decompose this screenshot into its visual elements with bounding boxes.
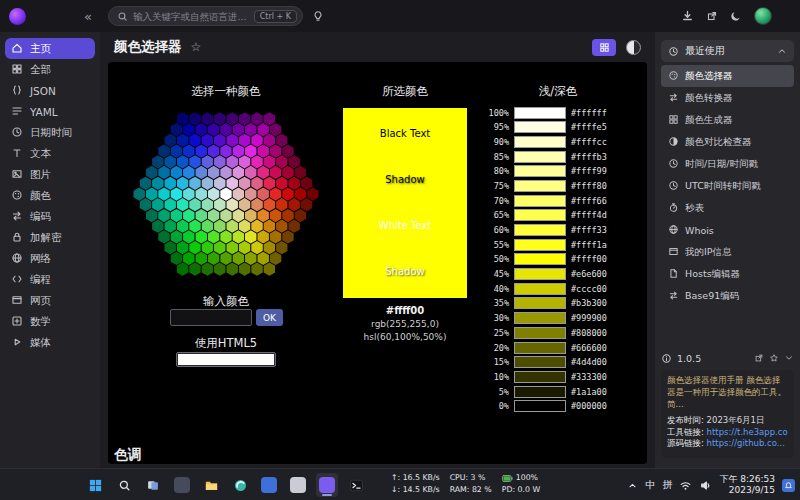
shade-swatch[interactable] [514,121,566,133]
home-icon [11,42,23,56]
sidebar-item-grid[interactable]: 全部 [0,59,100,80]
ok-button[interactable]: OK [256,309,283,326]
recent-item[interactable]: 秒表 [661,197,794,219]
sidebar-item-media[interactable]: 媒体 [0,332,100,353]
shade-swatch[interactable] [514,195,566,207]
shades-table: 100%#ffffff95%#ffffe590%#ffffcc85%#ffffb… [473,106,645,414]
recent-item[interactable]: 颜色生成器 [661,109,794,131]
shade-swatch[interactable] [514,151,566,163]
info-line-value[interactable]: https://t.he3app.co... [707,427,788,437]
shade-swatch[interactable] [514,136,566,148]
shade-swatch[interactable] [514,224,566,236]
shade-swatch[interactable] [514,209,566,221]
app-blue-icon [261,477,277,493]
sidebar-item-label: 日期时间 [30,126,72,140]
avatar[interactable] [754,7,772,25]
taskbar-app-task-view[interactable] [142,473,164,497]
favorite-star-icon[interactable]: ☆ [191,40,202,54]
recent-item[interactable]: UTC时间转时间戳 [661,175,794,197]
recent-item[interactable]: 颜色对比检查器 [661,131,794,153]
shade-swatch[interactable] [514,107,566,119]
taskbar-app-start[interactable] [84,473,106,497]
star-icon[interactable] [769,353,779,363]
taskbar-app-app-blue[interactable] [258,473,280,497]
shade-swatch[interactable] [514,165,566,177]
shade-swatch[interactable] [514,268,566,280]
shade-row: 20%#666600 [473,341,645,354]
sidebar-item-label: 全部 [30,63,51,77]
notification-badge[interactable] [782,479,795,492]
taskbar-app-he3[interactable] [316,473,338,497]
sidebar-item-lock[interactable]: 加解密 [0,227,100,248]
taskbar-app-terminal[interactable] [345,473,367,497]
search-input[interactable] [133,11,254,22]
taskbar-app-widgets[interactable] [171,473,193,497]
volume-icon[interactable] [699,479,712,492]
section-html5-title: 使用HTML5 [128,336,324,351]
ime-indicator[interactable]: 拼 [662,478,672,492]
color-text-input[interactable] [170,309,252,326]
recent-used-header[interactable]: 最近使用 [661,40,794,62]
shade-swatch[interactable] [514,400,566,412]
tool-info-panel[interactable]: 颜色选择器使用手册 颜色选择器是一种用于选择颜色的工具。简... 发布时间: 2… [661,370,794,458]
shade-swatch[interactable] [514,297,566,309]
hex-color-wheel[interactable] [128,106,324,282]
recent-item[interactable]: 我的IP信息 [661,241,794,263]
lang-indicator[interactable]: 中 [645,478,655,492]
wifi-icon[interactable] [679,479,692,492]
sidebar-item-math[interactable]: 数学 [0,311,100,332]
sidebar-item-code[interactable]: 编程 [0,269,100,290]
bulb-icon[interactable] [312,10,324,22]
external-link-icon[interactable] [754,353,764,363]
download-icon[interactable] [681,7,694,26]
tray-chevron-up-icon[interactable] [627,480,638,491]
collapse-sidebar-button[interactable]: « [84,9,92,24]
sidebar-item-globe[interactable]: 网络 [0,248,100,269]
shade-swatch[interactable] [514,180,566,192]
recent-item[interactable]: 颜色转换器 [661,87,794,109]
shade-swatch[interactable] [514,371,566,383]
global-search[interactable]: Ctrl + K [108,6,303,26]
tool-tile-button[interactable] [592,39,616,56]
recent-item-label: 秒表 [685,202,704,215]
sidebar-item-home[interactable]: 主页 [5,38,95,59]
sidebar-item-text[interactable]: 文本 [0,143,100,164]
share-icon[interactable] [706,7,718,26]
sidebar-item-yaml[interactable]: YAML [0,101,100,122]
shade-swatch[interactable] [514,283,566,295]
shade-swatch[interactable] [514,356,566,368]
contrast-toggle-icon[interactable] [626,40,641,55]
contrast-icon [668,136,679,149]
taskbar-app-search[interactable] [113,473,135,497]
taskbar-app-edge[interactable] [229,473,251,497]
sidebar-item-braces[interactable]: JSON [0,80,100,101]
recent-item[interactable]: Whois [661,219,794,241]
info-line: 源码链接: https://github.co... [667,438,788,450]
sidebar-item-palette[interactable]: 颜色 [0,185,100,206]
recent-item[interactable]: Base91编码 [661,285,794,307]
recent-item[interactable]: Hosts编辑器 [661,263,794,285]
clock[interactable]: 下午 8:26:53 2023/9/15 [719,474,775,497]
sidebar-item-web[interactable]: 网页 [0,290,100,311]
html5-color-input[interactable] [176,352,276,367]
shade-swatch[interactable] [514,312,566,324]
shade-swatch[interactable] [514,253,566,265]
sidebar-item-encode[interactable]: 编码 [0,206,100,227]
info-line-value: 2023年6月1日 [707,415,765,425]
taskbar-app-app-light[interactable] [287,473,309,497]
recent-item[interactable]: 时间/日期/时间戳 [661,153,794,175]
shade-swatch[interactable] [514,239,566,251]
shade-swatch[interactable] [514,327,566,339]
chevron-down-icon[interactable] [784,353,794,363]
shade-row: 75%#ffff80 [473,179,645,192]
shade-swatch[interactable] [514,342,566,354]
info-line-value[interactable]: https://github.co... [707,438,785,448]
theme-moon-icon[interactable] [730,7,742,26]
shade-percent: 55% [473,240,509,250]
sidebar-item-clock[interactable]: 日期时间 [0,122,100,143]
sidebar-item-image[interactable]: 图片 [0,164,100,185]
recent-item[interactable]: 颜色选择器 [661,65,794,87]
shade-swatch[interactable] [514,386,566,398]
shade-row: 65%#ffff4d [473,209,645,222]
taskbar-app-file-explorer[interactable] [200,473,222,497]
